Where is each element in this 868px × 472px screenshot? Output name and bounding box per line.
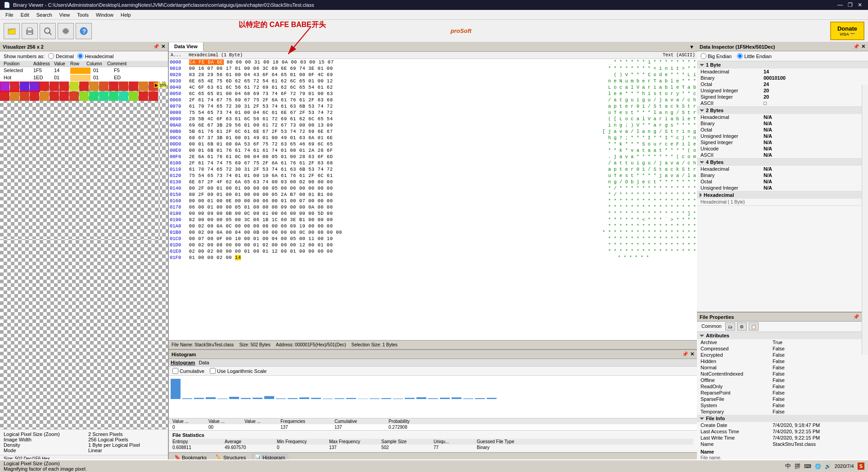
histogram-close-icon[interactable]: ✕ <box>690 351 694 357</box>
hex-line[interactable]: 0050 6C 65 65 01 00 04 68 69 73 74 6F 72… <box>169 91 697 97</box>
visualizer-close-icon[interactable]: ✕ <box>161 44 165 50</box>
hex-line[interactable]: 0020 03 28 29 56 01 00 04 43 6F 64 65 01… <box>169 72 697 78</box>
little-endian-label[interactable]: Little Endian <box>737 53 772 59</box>
hex-line[interactable]: 0000 CA FE BA BE 00 00 00 31 00 18 0A 00… <box>169 59 697 65</box>
fp-btn1[interactable]: 🗂 <box>725 322 735 331</box>
four-byte-header[interactable]: 4 Bytes <box>697 159 868 166</box>
decimal-radio-label[interactable]: Decimal <box>48 53 74 59</box>
hex-line[interactable]: 0180 00 00 09 00 0B 00 0C 00 01 00 06 00… <box>169 210 697 217</box>
hexadecimal-radio[interactable] <box>77 53 83 59</box>
maximize-button[interactable]: ❐ <box>845 0 854 9</box>
decimal-radio[interactable] <box>48 53 54 59</box>
hex-line[interactable]: 00E0 00 01 6B 01 76 61 74 61 61 74 01 00… <box>169 147 697 154</box>
big-endian-label[interactable]: Big Endian <box>701 53 732 59</box>
file-info-header[interactable]: File Info <box>697 415 868 422</box>
hex-line[interactable]: 0010 00 16 07 00 17 01 00 06 3C 69 6E 69… <box>169 65 697 72</box>
settings-button[interactable] <box>58 23 74 39</box>
inspector-key: Binary <box>701 121 764 126</box>
hex-line[interactable]: 00B0 5B 61 76 61 2F 6C 61 6E 67 2F 53 74… <box>169 128 697 135</box>
hex-line[interactable]: 0080 75 54 65 73 74 01 00 04 6C 61 6E 67… <box>169 109 697 116</box>
menu-view[interactable]: View <box>56 11 74 18</box>
histogram-tab[interactable]: Histogram <box>171 360 195 365</box>
lang-indicator[interactable]: 中 <box>785 462 791 470</box>
hex-line[interactable]: 0130 6E 67 2F 4F 62 6A 65 63 74 00 03 00… <box>169 179 697 185</box>
input-indicator[interactable]: 拼 <box>795 462 800 470</box>
file-props-pin-icon[interactable]: 📌 <box>853 314 859 320</box>
hex-line[interactable]: 01A0 00 02 00 0A 0C 00 00 00 08 00 00 09… <box>169 223 697 229</box>
histogram-pin-icon[interactable]: 📌 <box>682 351 688 357</box>
two-byte-header[interactable]: 2 Bytes <box>697 107 868 114</box>
hex-line[interactable]: 01C0 00 07 00 0F 00 10 00 01 00 04 00 05… <box>169 236 697 242</box>
hex-line[interactable]: 01E0 02 00 02 00 00 00 01 00 01 12 00 01… <box>169 248 697 254</box>
menu-window[interactable]: Window <box>92 11 117 18</box>
help-button[interactable]: ? <box>76 23 92 39</box>
fp-btn2[interactable]: ⚙ <box>737 322 747 331</box>
taskbar: Logical Pixel Size (Zoom) Magnifying fac… <box>0 459 868 472</box>
menu-help[interactable]: Help <box>117 11 135 18</box>
visualizer-col-headers: Position Address Value Row Column Commen… <box>0 61 168 67</box>
close-button[interactable]: ✕ <box>855 0 864 9</box>
hex-line[interactable]: 01D0 00 02 00 08 00 00 00 01 02 00 00 00… <box>169 242 697 248</box>
attributes-header[interactable]: Attributes <box>697 332 868 339</box>
menu-tools[interactable]: Tools <box>73 11 92 18</box>
hex-line[interactable]: 0140 00 2F 00 01 00 01 00 00 00 05 00 06… <box>169 185 697 191</box>
menu-edit[interactable]: Edit <box>17 11 33 18</box>
hex-line[interactable]: 0190 02 00 00 00 05 00 3C 06 1B 1C 60 3E… <box>169 217 697 223</box>
one-byte-header[interactable]: 1 Byte <box>697 61 868 68</box>
hex-line[interactable]: 0120 75 54 65 73 74 01 01 00 10 6A 61 76… <box>169 172 697 179</box>
hex-section-header[interactable]: Hexadecimal <box>697 191 868 199</box>
hex-line[interactable]: 00A0 69 6E 67 3B 29 56 01 00 61 72 67 73… <box>169 122 697 128</box>
hex-radio-label[interactable]: Hexadecimal <box>77 53 114 59</box>
hex-ascii: * * * * * * 1 * * * * * * * * <box>611 59 696 65</box>
hex-line[interactable]: 01F0 01 00 00 02 00 14 * * * * * * <box>169 254 697 261</box>
keyboard-icon[interactable]: ⌨ <box>804 463 811 469</box>
inspector-content[interactable]: 1 Byte Hexadecimal14Binary00010100Octal2… <box>697 61 868 312</box>
hex-line[interactable]: 0060 2F 61 74 67 75 69 67 75 2F 6A 61 76… <box>169 97 697 103</box>
hex-line[interactable]: 0160 00 00 01 00 0E 00 00 00 06 00 01 00… <box>169 198 697 204</box>
little-endian-radio[interactable] <box>737 53 743 59</box>
hex-line[interactable]: 00C0 68 67 37 3B 01 00 01 49 01 00 49 01… <box>169 135 697 141</box>
menu-file[interactable]: File <box>2 11 17 18</box>
four-byte-title: 4 Bytes <box>706 159 723 165</box>
hex-line[interactable]: 0030 6E 65 4E 75 6D 62 65 72 54 61 62 6C… <box>169 78 697 84</box>
fp-btn3[interactable]: 📋 <box>749 322 759 331</box>
inspector-pin-icon[interactable]: 📌 <box>853 44 859 50</box>
cumulative-checkbox-label[interactable]: Cumulative <box>172 368 204 374</box>
hex-line[interactable]: 0110 61 70 74 65 72 30 31 2F 53 74 61 63… <box>169 166 697 172</box>
hot-address: 1ED <box>33 75 51 81</box>
tab-data-view[interactable]: Data View <box>169 42 203 51</box>
inspector-close-icon[interactable]: ✕ <box>861 44 865 50</box>
hex-line[interactable]: 01B0 00 02 00 0A 00 04 00 0B 00 00 00 08… <box>169 229 697 236</box>
hex-line[interactable]: 0070 61 70 74 65 72 30 31 2F 53 74 61 63… <box>169 103 697 109</box>
print-button[interactable] <box>22 23 38 39</box>
hex-bytes: 5B 61 76 61 2F 6C 61 6E 67 2F 53 74 72 6… <box>186 128 596 135</box>
minimize-button[interactable]: — <box>836 0 845 9</box>
file-props-content[interactable]: Attributes ArchiveTrueCompressedFalseEnc… <box>697 332 868 462</box>
hex-line[interactable]: 00D0 00 01 6B 01 00 0A 53 6F 75 72 63 65… <box>169 141 697 147</box>
tab-dropdown[interactable]: ▼ <box>687 43 697 50</box>
search-button[interactable] <box>40 23 56 39</box>
hex-line[interactable]: 0090 28 5B 4C 6F 63 61 6C 56 61 72 69 61… <box>169 116 697 122</box>
hex-line[interactable]: 0100 2F 61 74 74 75 69 67 75 2F 6A 61 76… <box>169 160 697 166</box>
open-button[interactable] <box>4 23 20 39</box>
visualizer-canvas[interactable]: ▶ 359 <box>0 82 168 429</box>
menu-search[interactable]: Search <box>33 11 56 18</box>
hex-line[interactable]: 0170 06 00 01 00 00 05 01 00 00 00 09 00… <box>169 204 697 210</box>
hex-line[interactable]: 00F0 2E 6A 61 76 61 0C 00 04 00 05 01 00… <box>169 154 697 160</box>
histogram-chart[interactable] <box>169 376 697 418</box>
log-scale-checkbox-label[interactable]: Use Logarithmic Scale <box>210 368 267 374</box>
pixel-val: Linear <box>88 448 102 453</box>
log-scale-checkbox[interactable] <box>210 368 216 374</box>
data-tab[interactable]: Data <box>199 360 209 365</box>
hex-line[interactable]: 0150 00 2F 00 01 00 01 00 00 00 05 2A B7… <box>169 191 697 198</box>
hex-addr: 0060 <box>170 97 186 103</box>
hex-line[interactable]: 0040 4C 6F 63 61 6C 56 61 72 69 61 62 6C… <box>169 84 697 91</box>
hex-ascii: * * * * * * < * * * ` > * * * * <box>605 217 696 223</box>
pin-icon[interactable]: 📌 <box>153 44 159 50</box>
right-scrollbar[interactable] <box>862 85 868 355</box>
cumulative-checkbox[interactable] <box>172 368 178 374</box>
hex-content[interactable]: 0000 CA FE BA BE 00 00 00 31 00 18 0A 00… <box>169 59 697 340</box>
file-props-toolbar: Common 🗂 ⚙ 📋 <box>697 322 868 332</box>
donate-button[interactable]: Donate VISA 💳 <box>830 22 864 40</box>
big-endian-radio[interactable] <box>701 53 706 59</box>
